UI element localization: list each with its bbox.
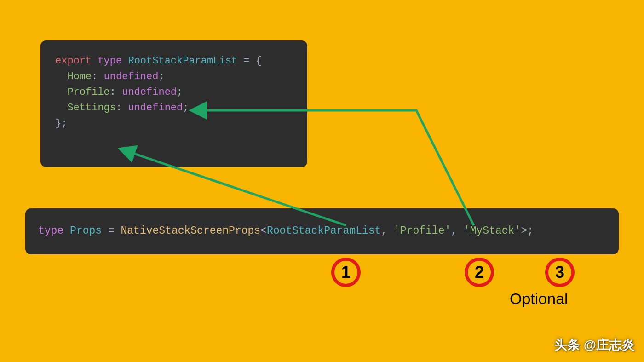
token-semi: ; [177,86,183,98]
token-field-profile: Profile [67,86,109,98]
token-lt: < [260,225,267,237]
badge-3: 3 [545,258,575,287]
code-block-paramlist: export type RootStackParamList = { Home:… [40,40,307,167]
token-undefined: undefined [104,71,159,82]
token-export: export [55,55,92,67]
token-field-settings: Settings [67,102,116,114]
token-type-name: RootStackParamList [128,55,237,67]
token-type-keyword: type [38,225,63,237]
token-colon: : [110,86,116,98]
token-semi: ; [183,102,189,114]
badge-1-label: 1 [341,263,351,282]
token-string-mystack: 'MyStack' [464,225,521,237]
token-semi: ; [158,71,164,82]
token-string-profile: 'Profile' [394,225,451,237]
token-close: }; [55,118,67,129]
token-undefined: undefined [122,86,177,98]
token-comma: , [451,225,457,237]
token-gt-semi: >; [521,225,534,237]
token-generic: NativeStackScreenProps [121,225,260,237]
token-field-home: Home [67,71,92,82]
token-eq: = [108,225,115,237]
token-type-keyword: type [98,55,122,67]
token-props: Props [70,225,102,237]
token-colon: : [92,71,98,82]
code-block-props: type Props = NativeStackScreenProps<Root… [25,208,619,254]
token-eq-open: = { [243,55,262,67]
token-comma: , [381,225,387,237]
token-colon: : [116,102,122,114]
badge-3-label: 3 [555,263,564,282]
optional-label: Optional [510,290,568,308]
badge-2-label: 2 [475,263,484,282]
badge-2: 2 [465,258,494,287]
watermark: 头条 @庄志炎 [554,336,635,354]
badge-1: 1 [331,258,361,287]
token-paramlist: RootStackParamList [267,225,381,237]
token-undefined: undefined [128,102,183,114]
